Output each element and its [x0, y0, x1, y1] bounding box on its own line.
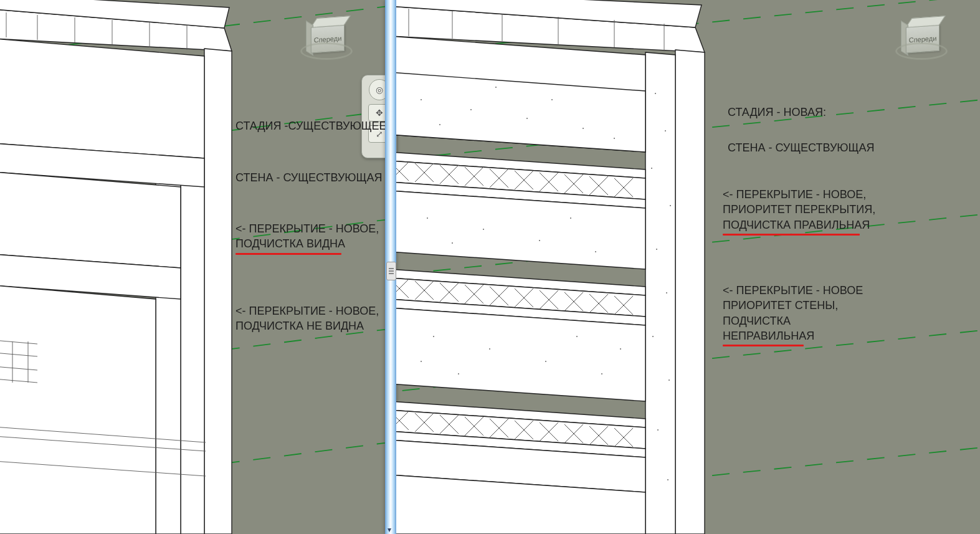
svg-point-54 [652, 336, 654, 337]
annotation-slab2-line2: ПОДЧИСТКА НЕ ВИДНА [235, 320, 364, 332]
svg-point-88 [421, 361, 422, 362]
svg-point-75 [595, 251, 596, 252]
divider-handle[interactable] [386, 262, 396, 280]
svg-marker-46 [675, 50, 705, 534]
viewcube[interactable]: Спереди [302, 12, 350, 61]
svg-point-50 [651, 168, 652, 169]
right-viewport[interactable]: Спереди СТАДИЯ - НОВАЯ: СТЕНА - СУЩЕСТВУ… [396, 0, 980, 534]
svg-point-67 [495, 87, 497, 88]
right-3d-drawing [396, 0, 980, 534]
svg-point-51 [670, 205, 671, 206]
svg-point-72 [427, 217, 428, 219]
svg-marker-23 [0, 285, 156, 534]
annotation-wall: СТЕНА - СУЩЕСТВУЮЩАЯ [235, 170, 382, 185]
annotation-slab1-line1: <- ПЕРЕКРЫТИЕ - НОВОЕ, [235, 222, 379, 235]
left-viewport[interactable]: Спереди ◎ ✥ ⤢ СТАДИЯ -СУЩЕСТВУЮЩЕЕ: СТЕН… [0, 0, 385, 534]
svg-point-66 [614, 138, 615, 139]
red-underline-icon [235, 253, 341, 255]
annotation-phase: СТАДИЯ -СУЩЕСТВУЮЩЕЕ: [235, 118, 390, 133]
annotation-slab2-line2: ПРИОРИТЕТ СТЕНЫ, [723, 299, 838, 312]
svg-point-49 [665, 130, 666, 131]
viewcube[interactable]: Спереди [897, 12, 945, 61]
svg-point-61 [470, 109, 472, 110]
divider-collapse-icon[interactable]: ▾ [388, 527, 394, 533]
svg-marker-21 [0, 172, 181, 268]
svg-point-64 [439, 124, 440, 125]
red-underline-icon [723, 234, 860, 236]
annotation-slab2-line1: <- ПЕРЕКРЫТИЕ - НОВОЕ, [235, 305, 379, 317]
svg-point-55 [668, 379, 670, 381]
svg-point-56 [657, 429, 659, 431]
svg-point-53 [666, 292, 667, 293]
red-underline-icon [723, 345, 804, 346]
annotation-slab1-line2: ПРИОРИТЕТ ПЕРЕКРЫТИЯ, [723, 203, 875, 216]
left-3d-drawing [0, 0, 385, 534]
svg-point-89 [620, 348, 621, 350]
annotation-slab1: <- ПЕРЕКРЫТИЕ - НОВОЕ, ПОДЧИСТКА ВИДНА [235, 221, 379, 255]
annotation-slab1-line2: ПОДЧИСТКА ВИДНА [235, 237, 345, 250]
svg-marker-19 [0, 39, 204, 158]
annotation-phase: СТАДИЯ - НОВАЯ: [728, 105, 826, 120]
svg-point-84 [545, 361, 546, 362]
svg-point-87 [576, 336, 578, 337]
svg-point-82 [433, 336, 434, 337]
annotation-slab2-line4: НЕПРАВИЛЬНАЯ [723, 330, 814, 342]
svg-point-57 [667, 479, 668, 480]
svg-point-76 [452, 242, 453, 244]
svg-marker-14 [181, 156, 204, 534]
svg-point-77 [570, 217, 571, 219]
svg-marker-47 [645, 52, 675, 534]
svg-point-62 [526, 118, 528, 119]
annotation-slab2-line1: <- ПЕРЕКРЫТИЕ - НОВОЕ [723, 284, 863, 297]
svg-point-86 [458, 373, 459, 374]
svg-point-52 [656, 249, 657, 250]
annotation-slab2: <- ПЕРЕКРЫТИЕ - НОВОЕ, ПОДЧИСТКА НЕ ВИДН… [235, 303, 379, 334]
svg-marker-13 [204, 49, 232, 534]
split-divider[interactable]: ▾ [385, 0, 396, 534]
annotation-slab1: <- ПЕРЕКРЫТИЕ - НОВОЕ, ПРИОРИТЕТ ПЕРЕКРЫ… [723, 187, 875, 236]
svg-point-65 [551, 99, 553, 100]
svg-point-63 [583, 128, 584, 129]
svg-point-85 [601, 373, 602, 374]
svg-point-74 [539, 240, 540, 241]
svg-point-60 [421, 99, 422, 100]
svg-point-83 [489, 348, 490, 350]
svg-point-73 [483, 229, 484, 230]
annotation-slab1-line1: <- ПЕРЕКРЫТИЕ - НОВОЕ, [723, 188, 866, 201]
annotation-wall: СТЕНА - СУЩЕСТВУЮЩАЯ [728, 140, 874, 155]
annotation-slab1-line3: ПОДЧИСТКА ПРАВИЛЬНАЯ [723, 219, 870, 231]
annotation-slab2: <- ПЕРЕКРЫТИЕ - НОВОЕ ПРИОРИТЕТ СТЕНЫ, П… [723, 283, 863, 346]
svg-point-48 [655, 93, 656, 94]
annotation-slab2-line3: ПОДЧИСТКА [723, 315, 791, 327]
